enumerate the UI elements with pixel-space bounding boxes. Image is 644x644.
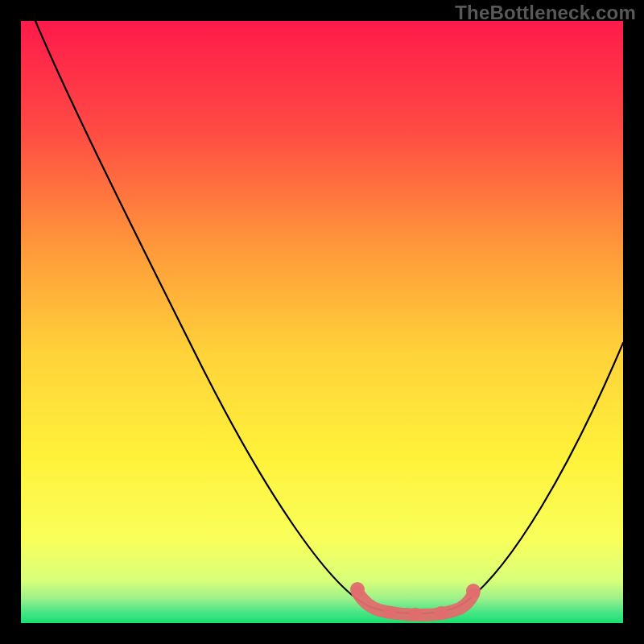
- chart-frame: { "watermark": "TheBottleneck.com", "col…: [0, 0, 644, 644]
- heatmap-background: [21, 21, 623, 623]
- watermark-label: TheBottleneck.com: [455, 2, 636, 24]
- svg-point-0: [350, 582, 365, 597]
- svg-point-1: [466, 584, 481, 598]
- bottleneck-chart: [21, 21, 623, 623]
- svg-point-3: [383, 606, 396, 619]
- svg-point-2: [409, 608, 422, 621]
- svg-point-4: [435, 606, 448, 619]
